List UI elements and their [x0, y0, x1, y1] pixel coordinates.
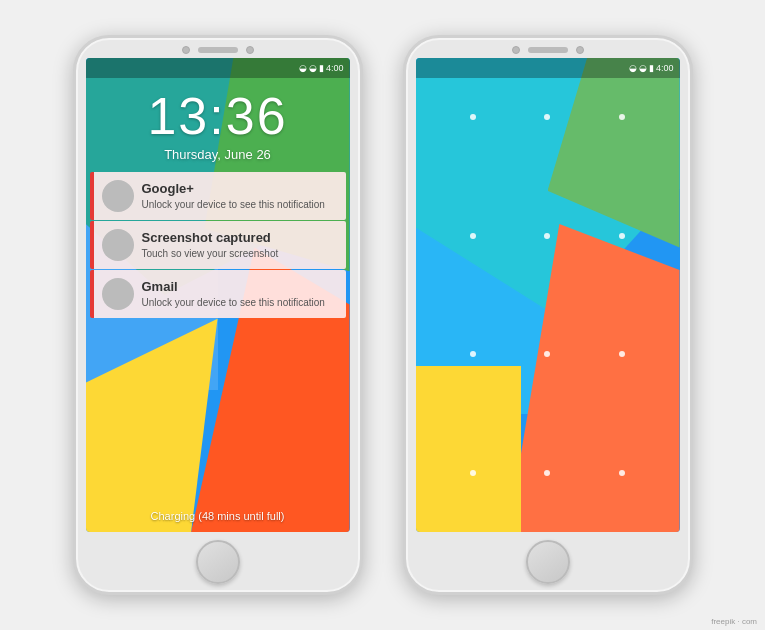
notif-google-plus-text: Google+ Unlock your device to see this n… [142, 181, 338, 211]
lock-date: Thursday, June 26 [86, 147, 350, 162]
notification-gmail[interactable]: Gmail Unlock your device to see this not… [90, 270, 346, 318]
pattern-dot-2-2 [544, 233, 550, 239]
pattern-dot-4-3 [619, 470, 625, 476]
pattern-dot-3-2 [544, 351, 550, 357]
speaker-grille [198, 47, 238, 53]
home-button[interactable] [196, 540, 240, 584]
notification-google-plus[interactable]: Google+ Unlock your device to see this n… [90, 172, 346, 220]
notifications-list: Google+ Unlock your device to see this n… [86, 172, 350, 318]
pattern-lock[interactable] [416, 58, 680, 532]
home-signal-icon: ◒ [639, 63, 647, 73]
pattern-dot-2-3 [619, 233, 625, 239]
pattern-dot-3-3 [619, 351, 625, 357]
home-status-time: 4:00 [656, 63, 674, 73]
lock-time: 13:36 [86, 88, 350, 145]
status-bar: ◒ ◒ ▮ 4:00 [86, 58, 350, 78]
home-screen: ◒ ◒ ▮ 4:00 [416, 58, 680, 532]
home-battery-icon: ▮ [649, 63, 654, 73]
pattern-dot-1-2 [544, 114, 550, 120]
signal-icon: ◒ [309, 63, 317, 73]
pattern-row-1 [416, 114, 680, 120]
lock-screen-phone: ◒ ◒ ▮ 4:00 13:36 Thursday, June 26 Googl… [73, 35, 363, 595]
notif-gmail-body: Unlock your device to see this notificat… [142, 296, 338, 309]
pattern-dot-4-2 [544, 470, 550, 476]
phone-hardware-row [182, 46, 254, 54]
charging-text: Charging (48 mins until full) [86, 510, 350, 522]
pattern-dot-4-1 [470, 470, 476, 476]
notif-screenshot-title: Screenshot captured [142, 230, 338, 246]
phone2-hardware-top [406, 38, 690, 58]
notif-google-plus-body: Unlock your device to see this notificat… [142, 198, 338, 211]
pattern-dot-1-1 [470, 114, 476, 120]
phone2-speaker [528, 47, 568, 53]
status-icons: ◒ ◒ ▮ 4:00 [299, 63, 344, 73]
phone2-home-button[interactable] [526, 540, 570, 584]
home-screen-phone: ◒ ◒ ▮ 4:00 [403, 35, 693, 595]
screenshot-icon [102, 229, 134, 261]
notif-gmail-title: Gmail [142, 279, 338, 295]
pattern-dot-2-1 [470, 233, 476, 239]
pattern-row-4 [416, 470, 680, 476]
notif-screenshot-body: Touch so view your screenshot [142, 247, 338, 260]
pattern-dot-1-3 [619, 114, 625, 120]
phone2-hardware-row [512, 46, 584, 54]
home-wifi-icon: ◒ [629, 63, 637, 73]
gmail-icon [102, 278, 134, 310]
sensor [246, 46, 254, 54]
home-status-bar: ◒ ◒ ▮ 4:00 [416, 58, 680, 78]
pattern-row-2 [416, 233, 680, 239]
home-status-icons: ◒ ◒ ▮ 4:00 [629, 63, 674, 73]
battery-icon: ▮ [319, 63, 324, 73]
pattern-row-3 [416, 351, 680, 357]
google-plus-icon [102, 180, 134, 212]
pattern-dot-3-1 [470, 351, 476, 357]
status-time: 4:00 [326, 63, 344, 73]
front-camera [182, 46, 190, 54]
notif-google-plus-title: Google+ [142, 181, 338, 197]
notif-screenshot-text: Screenshot captured Touch so view your s… [142, 230, 338, 260]
lock-content: 13:36 Thursday, June 26 Google+ Unlock y… [86, 58, 350, 532]
phone2-front-camera [512, 46, 520, 54]
watermark: freepik · com [711, 617, 757, 626]
wifi-icon: ◒ [299, 63, 307, 73]
notification-screenshot[interactable]: Screenshot captured Touch so view your s… [90, 221, 346, 269]
lock-screen: ◒ ◒ ▮ 4:00 13:36 Thursday, June 26 Googl… [86, 58, 350, 532]
phone2-sensor [576, 46, 584, 54]
phone-top-hardware [76, 38, 360, 58]
notif-gmail-text: Gmail Unlock your device to see this not… [142, 279, 338, 309]
